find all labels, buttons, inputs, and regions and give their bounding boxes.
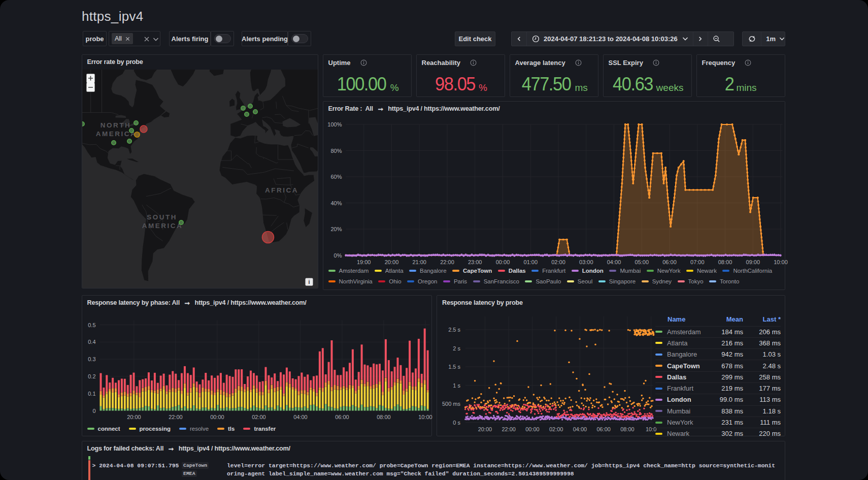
svg-text:07:00: 07:00 [690,259,705,265]
svg-text:08:00: 08:00 [718,259,732,265]
svg-text:02:00: 02:00 [551,259,565,265]
svg-text:0 s: 0 s [453,419,460,425]
svg-text:10:00: 10:00 [774,259,788,265]
svg-text:80%: 80% [330,147,342,153]
svg-text:04:00: 04:00 [607,259,621,265]
svg-text:22:00: 22:00 [169,413,183,420]
svg-text:i: i [308,279,310,285]
svg-text:0.2: 0.2 [88,373,95,379]
svg-text:08:00: 08:00 [620,426,635,432]
svg-text:19:00: 19:00 [356,259,371,265]
svg-text:06:00: 06:00 [335,413,349,420]
svg-text:05:00: 05:00 [635,259,649,265]
svg-text:500 ms: 500 ms [442,401,461,407]
svg-text:00:00: 00:00 [210,413,224,420]
svg-text:02:00: 02:00 [252,413,266,420]
svg-text:NORTH: NORTH [100,121,131,129]
svg-text:AMERICA: AMERICA [142,222,183,230]
svg-text:0%: 0% [333,252,342,258]
svg-text:0: 0 [92,407,95,413]
svg-text:1 s: 1 s [453,382,460,388]
svg-text:10:00: 10:00 [418,413,432,420]
svg-text:1.5 s: 1.5 s [448,364,460,370]
svg-text:21:00: 21:00 [412,259,426,265]
svg-text:60%: 60% [330,174,342,180]
svg-text:00:00: 00:00 [525,426,540,432]
svg-text:40%: 40% [330,200,342,206]
svg-text:02:00: 02:00 [549,426,563,432]
svg-text:100%: 100% [327,121,342,127]
svg-text:AFRICA: AFRICA [265,186,298,194]
svg-text:0.1: 0.1 [88,390,95,396]
svg-text:20:00: 20:00 [127,413,141,420]
svg-text:20:00: 20:00 [384,259,398,265]
svg-text:08:00: 08:00 [377,413,391,420]
svg-text:03:00: 03:00 [579,259,593,265]
svg-text:2 s: 2 s [453,345,460,351]
svg-text:00:00: 00:00 [495,259,510,265]
svg-text:22:00: 22:00 [502,426,516,432]
svg-text:06:00: 06:00 [596,426,611,432]
svg-text:04:00: 04:00 [293,413,308,420]
svg-text:22:00: 22:00 [440,259,454,265]
svg-text:04:00: 04:00 [573,426,587,432]
svg-text:2.5 s: 2.5 s [448,327,460,333]
svg-text:0.5: 0.5 [88,322,95,328]
svg-text:23:00: 23:00 [468,259,482,265]
svg-text:09:00: 09:00 [746,259,760,265]
svg-text:0.3: 0.3 [88,356,95,362]
svg-text:20%: 20% [330,226,342,232]
svg-text:01:00: 01:00 [523,259,538,265]
svg-text:20:00: 20:00 [478,426,492,432]
svg-text:0.4: 0.4 [88,339,95,345]
svg-text:SOUTH: SOUTH [147,213,177,221]
svg-text:06:00: 06:00 [662,259,677,265]
